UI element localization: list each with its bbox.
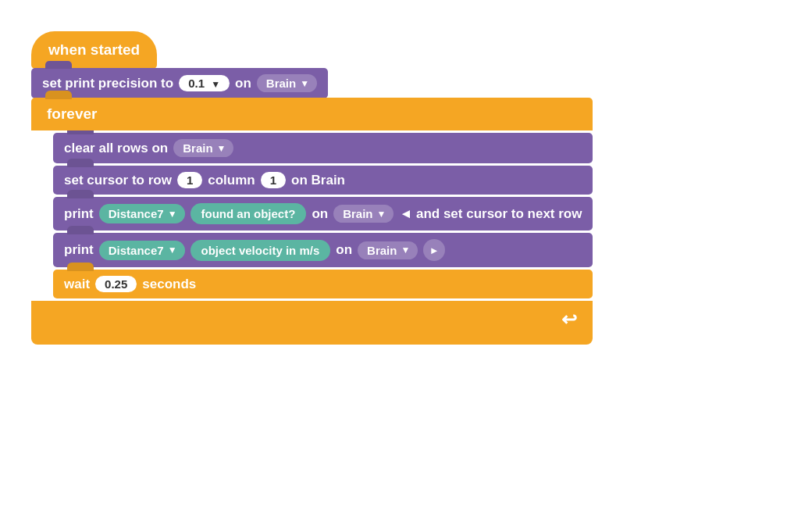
clear-brain-arrow: ▼	[217, 143, 226, 154]
inner-blocks: clear all rows on Brain ▼ set cursor to …	[53, 133, 593, 298]
print1-block[interactable]: print Distance7 ▼ found an object? on Br…	[53, 197, 593, 230]
wait-value[interactable]: 0.25	[95, 276, 137, 292]
print2-brain-arrow: ▼	[401, 245, 410, 256]
print2-reading: object velocity in m/s	[191, 240, 331, 261]
print2-brain-dropdown[interactable]: Brain ▼	[358, 241, 418, 259]
wait-label: wait	[64, 277, 90, 292]
sensor2-arrow: ▼	[168, 245, 177, 256]
print1-label: print	[64, 206, 94, 222]
set-print-brain-dropdown[interactable]: Brain ▼	[257, 74, 317, 92]
print2-label: print	[64, 242, 94, 258]
print2-play-btn[interactable]: ►	[423, 239, 445, 261]
set-print-block[interactable]: set print precision to 0.1 ▼ on Brain ▼	[31, 68, 328, 98]
sensor1-arrow: ▼	[168, 209, 177, 220]
set-cursor-block[interactable]: set cursor to row 1 column 1 on Brain	[53, 166, 593, 195]
print1-brain-dropdown[interactable]: Brain ▼	[333, 205, 394, 223]
clear-rows-label: clear all rows on	[64, 141, 168, 156]
wait-block[interactable]: wait 0.25 seconds	[53, 270, 593, 298]
clear-rows-block[interactable]: clear all rows on Brain ▼	[53, 133, 593, 163]
set-cursor-before-label: set cursor to row	[64, 173, 172, 188]
brain-dropdown-arrow: ▼	[300, 78, 309, 89]
cursor-on-brain-label: on Brain	[291, 173, 345, 188]
print1-reading: found an object?	[191, 203, 307, 224]
cursor-col-val[interactable]: 1	[261, 172, 286, 188]
wait-seconds-label: seconds	[142, 277, 196, 292]
set-print-on-label: on	[235, 76, 251, 91]
cursor-row-val[interactable]: 1	[177, 172, 202, 188]
cursor-col-label: column	[208, 173, 255, 188]
print1-next-row: ◄ and set cursor to next row	[399, 206, 582, 222]
print1-on-label: on	[312, 206, 328, 222]
hat-label: when started	[48, 41, 140, 58]
print2-sensor[interactable]: Distance7 ▼	[99, 241, 185, 260]
blocks-editor: when started set print precision to 0.1 …	[16, 16, 796, 360]
print1-brain-arrow: ▼	[377, 209, 386, 220]
clear-rows-brain-dropdown[interactable]: Brain ▼	[173, 139, 233, 157]
forever-top-block[interactable]: forever	[31, 98, 593, 130]
forever-wrap: forever clear all rows on Brain ▼ set cu…	[31, 98, 593, 345]
print1-sensor[interactable]: Distance7 ▼	[99, 204, 185, 223]
precision-value[interactable]: 0.1 ▼	[179, 75, 230, 91]
print2-block[interactable]: print Distance7 ▼ object velocity in m/s…	[53, 233, 593, 267]
loop-arrow-icon: ↩	[561, 309, 577, 331]
forever-label: forever	[47, 105, 97, 122]
set-print-label-before: set print precision to	[42, 76, 173, 91]
print2-on-label: on	[336, 242, 352, 258]
forever-bottom: ↩	[31, 301, 593, 345]
